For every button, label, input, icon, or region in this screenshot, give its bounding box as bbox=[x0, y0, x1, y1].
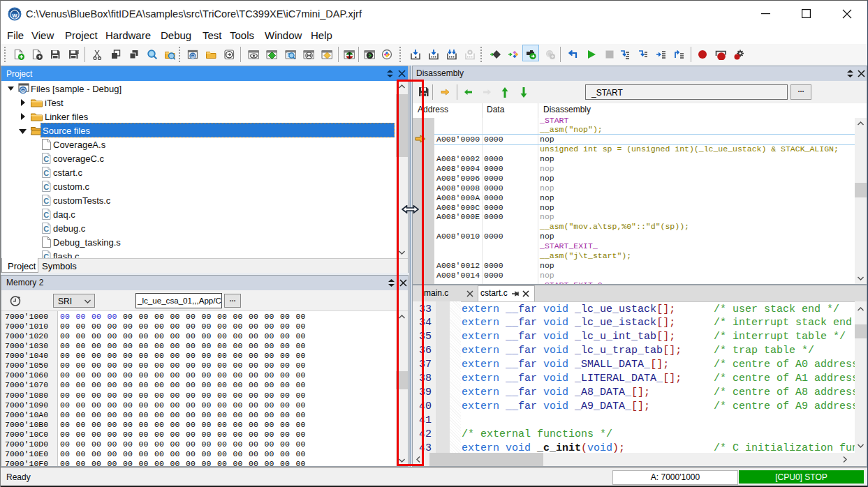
svg-text:w: w bbox=[21, 89, 25, 93]
svg-text:w: w bbox=[191, 54, 194, 59]
svg-text:w: w bbox=[11, 12, 17, 19]
